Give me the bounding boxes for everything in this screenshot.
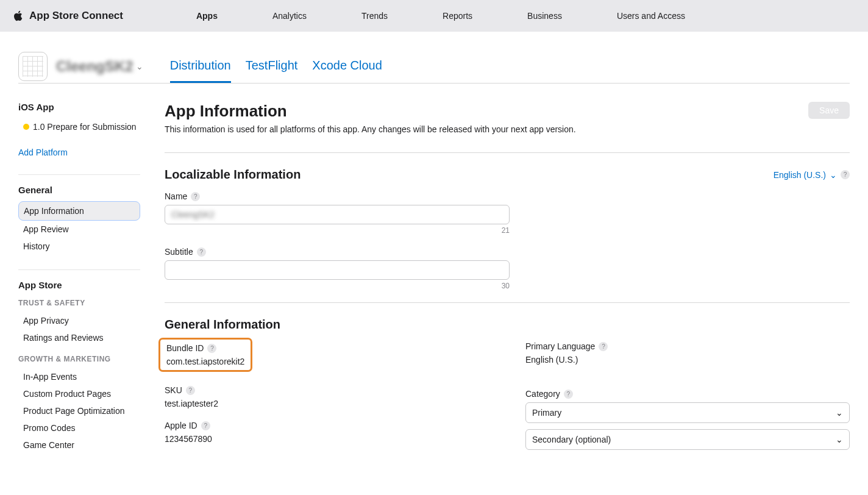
general-info-title: General Information: [165, 318, 850, 332]
help-icon[interactable]: ?: [201, 421, 210, 430]
apple-id-label: Apple ID: [165, 421, 197, 430]
sidebar-item-app-privacy[interactable]: App Privacy: [18, 312, 140, 329]
page-title: App Information: [165, 102, 576, 121]
divider: [18, 269, 140, 270]
save-button[interactable]: Save: [808, 102, 850, 119]
apple-logo-icon: [12, 10, 24, 22]
language-label: English (U.S.): [774, 170, 826, 180]
sidebar-item-app-information[interactable]: App Information: [18, 201, 140, 221]
sidebar-item-ratings-reviews[interactable]: Ratings and Reviews: [18, 329, 140, 346]
page-description: This information is used for all platfor…: [165, 124, 576, 134]
sidebar-item-label: Custom Product Pages: [23, 389, 111, 399]
primary-category-value: Primary: [532, 408, 561, 418]
help-icon[interactable]: ?: [599, 342, 608, 351]
sidebar-item-game-center[interactable]: Game Center: [18, 436, 140, 454]
sku-value: test.iaptester2: [165, 399, 489, 408]
brand[interactable]: App Store Connect: [12, 10, 123, 22]
name-value-blurred: CleengSK2: [171, 210, 215, 219]
sidebar-item-promo-codes[interactable]: Promo Codes: [18, 419, 140, 436]
help-icon[interactable]: ?: [197, 248, 206, 257]
sidebar-version-status[interactable]: 1.0 Prepare for Submission: [18, 118, 140, 135]
brand-text: App Store Connect: [29, 10, 123, 22]
sidebar-item-label: History: [23, 241, 50, 251]
topnav-users[interactable]: Users and Access: [617, 11, 685, 21]
secondary-category-select[interactable]: Secondary (optional) ⌄: [525, 429, 850, 450]
sidebar-item-label: Ratings and Reviews: [23, 333, 104, 343]
primary-language-label: Primary Language: [525, 341, 595, 351]
sidebar-item-product-page-optimization[interactable]: Product Page Optimization: [18, 402, 140, 419]
sidebar-item-label: App Privacy: [23, 316, 69, 326]
divider: [165, 302, 850, 303]
app-header: CleengSK2 ⌄ Distribution TestFlight Xcod…: [18, 32, 850, 84]
sidebar-trust-safety-label: TRUST & SAFETY: [18, 299, 140, 307]
topnav-analytics[interactable]: Analytics: [272, 11, 307, 21]
name-charcount: 21: [165, 226, 510, 235]
divider: [165, 152, 850, 153]
divider: [18, 174, 140, 175]
sidebar-item-history[interactable]: History: [18, 238, 140, 255]
sidebar: iOS App 1.0 Prepare for Submission Add P…: [18, 102, 140, 468]
main-tabs: Distribution TestFlight Xcode Cloud: [170, 50, 382, 83]
bundle-id-value: com.test.iapstorekit2: [166, 357, 244, 366]
apple-id-value: 1234567890: [165, 434, 489, 444]
add-platform-link[interactable]: Add Platform: [18, 145, 140, 160]
sidebar-status-text: 1.0 Prepare for Submission: [33, 122, 137, 132]
sidebar-growth-label: GROWTH & MARKETING: [18, 355, 140, 363]
help-icon[interactable]: ?: [186, 386, 195, 395]
sidebar-item-label: App Review: [23, 224, 69, 234]
tab-testflight[interactable]: TestFlight: [246, 50, 298, 83]
secondary-category-value: Secondary (optional): [532, 435, 611, 444]
name-input[interactable]: CleengSK2: [165, 205, 510, 224]
chevron-down-icon: ⌄: [836, 435, 843, 444]
sidebar-general-title: General: [18, 185, 140, 195]
topnav-reports[interactable]: Reports: [443, 11, 472, 21]
help-icon[interactable]: ?: [564, 390, 573, 399]
topnav: Apps Analytics Trends Reports Business U…: [196, 11, 685, 21]
help-icon[interactable]: ?: [841, 170, 850, 179]
sidebar-appstore-title: App Store: [18, 280, 140, 290]
sidebar-item-app-review[interactable]: App Review: [18, 221, 140, 238]
primary-language-value: English (U.S.): [525, 355, 850, 365]
tab-distribution[interactable]: Distribution: [170, 50, 231, 83]
chevron-down-icon[interactable]: ⌄: [136, 62, 143, 71]
bundle-id-highlight: Bundle ID ? com.test.iapstorekit2: [158, 338, 252, 372]
subtitle-charcount: 30: [165, 282, 510, 290]
localizable-info-title: Localizable Information: [165, 168, 301, 182]
bundle-id-label: Bundle ID: [166, 343, 204, 353]
topnav-business[interactable]: Business: [527, 11, 562, 21]
sidebar-item-label: App Information: [24, 206, 84, 216]
subtitle-label: Subtitle: [165, 247, 193, 257]
main-content: App Information This information is used…: [165, 102, 850, 468]
name-label: Name: [165, 191, 187, 201]
category-label: Category: [525, 389, 560, 399]
language-selector[interactable]: English (U.S.) ⌄ ?: [774, 170, 850, 180]
status-dot-icon: [23, 124, 29, 130]
sidebar-item-in-app-events[interactable]: In-App Events: [18, 368, 140, 385]
sidebar-item-label: Game Center: [23, 440, 74, 450]
topnav-apps[interactable]: Apps: [196, 11, 218, 21]
chevron-down-icon: ⌄: [836, 408, 843, 418]
primary-category-select[interactable]: Primary ⌄: [525, 402, 850, 423]
sku-label: SKU: [165, 385, 182, 395]
sidebar-item-label: Product Page Optimization: [23, 406, 125, 416]
app-icon-placeholder: [18, 52, 48, 81]
topnav-trends[interactable]: Trends: [361, 11, 388, 21]
chevron-down-icon: ⌄: [830, 170, 837, 180]
help-icon[interactable]: ?: [191, 192, 200, 201]
sidebar-item-label: In-App Events: [23, 372, 77, 382]
sidebar-item-custom-product-pages[interactable]: Custom Product Pages: [18, 385, 140, 402]
tab-xcode-cloud[interactable]: Xcode Cloud: [312, 50, 382, 83]
sidebar-ios-app-title: iOS App: [18, 102, 140, 112]
topbar: App Store Connect Apps Analytics Trends …: [0, 0, 868, 32]
sidebar-item-label: Promo Codes: [23, 423, 76, 433]
app-name: CleengSK2: [56, 58, 133, 75]
subtitle-input[interactable]: [165, 260, 510, 280]
help-icon[interactable]: ?: [207, 344, 216, 353]
